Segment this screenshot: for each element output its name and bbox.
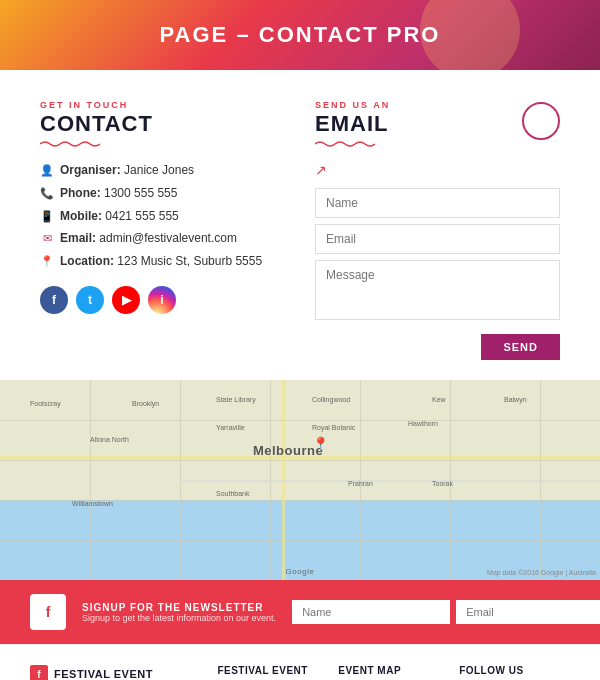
message-input[interactable] — [315, 260, 560, 320]
map-label-brooklyn: Brooklyn — [132, 400, 159, 407]
map-label-prahran: Prahran — [348, 480, 373, 487]
mobile-icon: 📱 — [40, 209, 54, 224]
footer-brand-icon: f — [30, 665, 48, 680]
map-label-royal-gardens: Royal Botanic — [312, 424, 355, 431]
map-copyright: Map data ©2016 Google | Australia — [487, 569, 596, 576]
person-icon: 👤 — [40, 163, 54, 178]
footer-col1-title: FESTIVAL EVENT — [217, 665, 328, 676]
newsletter-form: JOIN — [292, 600, 600, 624]
email-icon: ✉ — [40, 231, 54, 246]
name-input[interactable] — [315, 188, 560, 218]
map-label-altona: Altona North — [90, 436, 129, 443]
location-item: 📍 Location: 123 Music St, Suburb 5555 — [40, 253, 285, 270]
footer-section: f FESTIVAL EVENT WordPress site kit temp… — [0, 644, 600, 680]
twitter-icon[interactable]: t — [76, 286, 104, 314]
email-form-panel: SEND US AN EMAIL ↗ SEND — [315, 100, 560, 360]
map-label-hawthorn: Hawthorn — [408, 420, 438, 427]
map-pin-icon: 📍 — [312, 436, 329, 452]
contact-form: SEND — [315, 188, 560, 360]
footer-festival-col: FESTIVAL EVENT ›ABOUT OUR EVENT ›CONTACT… — [217, 665, 328, 680]
email-arrow-icon: ↗ — [315, 162, 327, 178]
footer-col2-title: EVENT MAP — [338, 665, 449, 676]
contact-section: GET IN TOUCH CONTACT 👤 Organiser: Janice… — [0, 70, 600, 380]
footer-brand-name: FESTIVAL EVENT — [54, 668, 153, 680]
email-section-label: SEND US AN — [315, 100, 390, 110]
contact-info-panel: GET IN TOUCH CONTACT 👤 Organiser: Janice… — [40, 100, 285, 360]
email-header: SEND US AN EMAIL ↗ — [315, 100, 560, 188]
newsletter-subtitle: Signup to get the latest information on … — [82, 613, 276, 623]
map-background: Melbourne 📍 Footscray Brooklyn Yarravill… — [0, 380, 600, 580]
newsletter-logo: f — [30, 594, 66, 630]
contact-section-label: GET IN TOUCH — [40, 100, 285, 110]
footer-grid: f FESTIVAL EVENT WordPress site kit temp… — [30, 665, 570, 680]
send-button[interactable]: SEND — [481, 334, 560, 360]
page-title: PAGE – CONTACT PRO — [160, 22, 441, 48]
map-label-collingwood: Collingwood — [312, 396, 350, 403]
newsletter-text: SIGNUP FOR THE NEWSLETTER Signup to get … — [82, 602, 276, 623]
map-section: Melbourne 📍 Footscray Brooklyn Yarravill… — [0, 380, 600, 580]
map-label-south-bank: Southbank — [216, 490, 249, 497]
newsletter-title: SIGNUP FOR THE NEWSLETTER — [82, 602, 276, 613]
newsletter-email-input[interactable] — [456, 600, 600, 624]
map-label-yarraville: Yarraville — [216, 424, 245, 431]
location-icon: 📍 — [40, 254, 54, 269]
footer-col3-title: FOLLOW US — [459, 665, 570, 676]
newsletter-section: f SIGNUP FOR THE NEWSLETTER Signup to ge… — [0, 580, 600, 644]
map-label-kew: Kew — [432, 396, 446, 403]
phone-icon: 📞 — [40, 186, 54, 201]
social-icons-group: f t ▶ i — [40, 286, 285, 314]
footer-social-col: FOLLOW US ■ FACEBOOK ■ INSTAGRAM ■ TWITT… — [459, 665, 570, 680]
map-label-footscray: Footscray — [30, 400, 61, 407]
footer-brand-col: f FESTIVAL EVENT WordPress site kit temp… — [30, 665, 207, 680]
email-heading: EMAIL — [315, 113, 390, 135]
phone-item: 📞 Phone: 1300 555 555 — [40, 185, 285, 202]
mobile-item: 📱 Mobile: 0421 555 555 — [40, 208, 285, 225]
instagram-icon[interactable]: i — [148, 286, 176, 314]
contact-details-list: 👤 Organiser: Janice Jones 📞 Phone: 1300 … — [40, 162, 285, 270]
google-logo: Google — [286, 567, 315, 576]
map-grid-v1 — [90, 380, 91, 580]
map-label-state-library: State Library — [216, 396, 256, 403]
email-item: ✉ Email: admin@festivalevent.com — [40, 230, 285, 247]
map-label-toorak: Toorak — [432, 480, 453, 487]
map-label-balwyn: Balwyn — [504, 396, 527, 403]
footer-map-col: EVENT MAP ›EVENT MAP ›GETTING HERE ›TERM… — [338, 665, 449, 680]
email-wavy-decoration — [315, 140, 375, 148]
contact-heading: CONTACT — [40, 113, 285, 135]
contact-wavy-decoration — [40, 140, 100, 148]
map-label-williamstown: Williamstown — [72, 500, 113, 507]
newsletter-name-input[interactable] — [292, 600, 450, 624]
email-circle-decoration — [522, 102, 560, 140]
newsletter-logo-icon: f — [46, 604, 51, 620]
facebook-icon[interactable]: f — [40, 286, 68, 314]
email-input[interactable] — [315, 224, 560, 254]
page-header: PAGE – CONTACT PRO — [0, 0, 600, 70]
map-road-secondary — [180, 480, 600, 482]
youtube-icon[interactable]: ▶ — [112, 286, 140, 314]
organizer-item: 👤 Organiser: Janice Jones — [40, 162, 285, 179]
footer-brand-logo: f FESTIVAL EVENT — [30, 665, 207, 680]
